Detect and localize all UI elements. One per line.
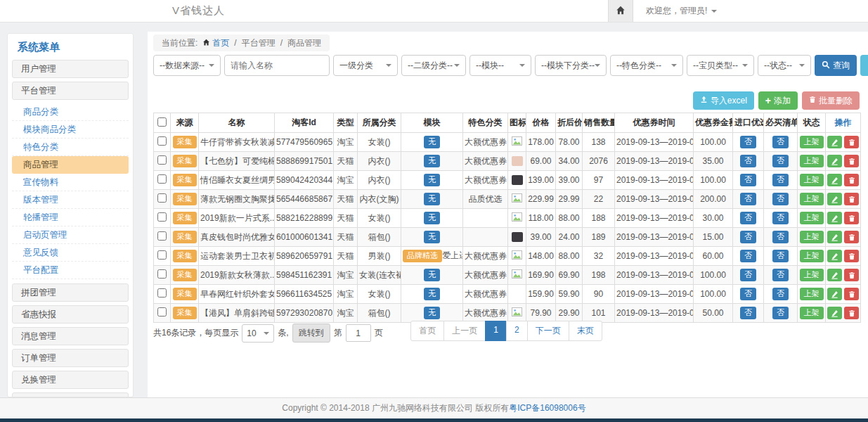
imported-toggle[interactable]: 否	[740, 136, 756, 148]
delete-button[interactable]	[844, 193, 859, 205]
pager-button-下一页[interactable]: 下一页	[527, 321, 569, 341]
edit-button[interactable]	[827, 155, 842, 167]
imported-toggle[interactable]: 否	[740, 250, 756, 262]
delete-button[interactable]	[844, 288, 859, 300]
status-badge[interactable]: 上架	[800, 193, 824, 205]
sidebar-item-提现管理[interactable]: 提现管理	[12, 392, 129, 397]
filter-select-宝贝类型[interactable]: --宝贝类型--	[687, 55, 754, 76]
edit-button[interactable]	[827, 288, 842, 300]
reset-button[interactable]: 重置	[860, 55, 868, 76]
filter-select-模块[interactable]: --模块--	[469, 55, 531, 76]
row-checkbox[interactable]	[157, 136, 167, 146]
pager-button-2[interactable]: 2	[506, 321, 528, 341]
filter-select-数据来源[interactable]: --数据来源--	[153, 55, 221, 76]
status-badge[interactable]: 上架	[800, 269, 824, 281]
must-buy-toggle[interactable]: 否	[772, 136, 789, 148]
status-badge[interactable]: 上架	[800, 231, 824, 243]
sidebar-subitem-意见反馈[interactable]: 意见反馈	[12, 244, 129, 262]
module-badge[interactable]: 无	[424, 193, 440, 205]
must-buy-toggle[interactable]: 否	[772, 269, 789, 281]
delete-button[interactable]	[844, 307, 859, 319]
must-buy-toggle[interactable]: 否	[772, 155, 789, 167]
must-buy-toggle[interactable]: 否	[772, 307, 789, 319]
home-button[interactable]	[608, 0, 633, 22]
edit-button[interactable]	[827, 269, 842, 281]
must-buy-toggle[interactable]: 否	[772, 288, 789, 300]
delete-button[interactable]	[844, 136, 859, 148]
row-checkbox[interactable]	[157, 269, 167, 279]
delete-button[interactable]	[844, 155, 859, 167]
row-checkbox[interactable]	[157, 288, 167, 298]
delete-button[interactable]	[844, 269, 859, 281]
module-badge[interactable]: 无	[424, 174, 440, 186]
delete-button[interactable]	[844, 231, 859, 243]
sidebar-item-消息管理[interactable]: 消息管理	[12, 327, 129, 345]
edit-button[interactable]	[827, 212, 842, 224]
sidebar-subitem-启动页管理[interactable]: 启动页管理	[12, 226, 129, 244]
sidebar-item-拼团管理[interactable]: 拼团管理	[12, 283, 129, 302]
must-buy-toggle[interactable]: 否	[772, 193, 789, 205]
breadcrumb-home-link[interactable]: 首页	[202, 37, 229, 49]
module-badge[interactable]: 品牌精选	[403, 250, 442, 262]
module-badge[interactable]: 无	[424, 231, 440, 243]
imported-toggle[interactable]: 否	[740, 174, 756, 186]
delete-button[interactable]	[844, 174, 859, 186]
sidebar-item-平台管理[interactable]: 平台管理	[12, 82, 129, 100]
must-buy-toggle[interactable]: 否	[772, 212, 789, 224]
module-badge[interactable]: 无	[424, 155, 440, 167]
imported-toggle[interactable]: 否	[740, 307, 756, 319]
row-checkbox[interactable]	[157, 231, 167, 241]
row-checkbox[interactable]	[157, 174, 167, 184]
edit-button[interactable]	[827, 231, 842, 243]
must-buy-toggle[interactable]: 否	[772, 174, 789, 186]
row-checkbox[interactable]	[157, 250, 167, 260]
edit-button[interactable]	[827, 193, 842, 205]
delete-button[interactable]	[844, 212, 859, 224]
user-menu[interactable]: 欢迎您，管理员!	[646, 5, 717, 17]
status-badge[interactable]: 上架	[800, 174, 824, 186]
module-badge[interactable]: 无	[424, 136, 440, 148]
module-badge[interactable]: 无	[424, 212, 440, 224]
status-badge[interactable]: 上架	[800, 288, 824, 300]
sidebar-subitem-模块商品分类[interactable]: 模块商品分类	[12, 121, 129, 139]
must-buy-toggle[interactable]: 否	[772, 250, 789, 262]
imported-toggle[interactable]: 否	[740, 269, 756, 281]
edit-button[interactable]	[827, 250, 842, 262]
import-excel-button[interactable]: 导入excel	[693, 91, 754, 110]
select-all-checkbox[interactable]	[157, 117, 167, 127]
imported-toggle[interactable]: 否	[740, 155, 756, 167]
module-badge[interactable]: 无	[424, 307, 440, 319]
must-buy-toggle[interactable]: 否	[772, 231, 789, 243]
status-badge[interactable]: 上架	[800, 307, 824, 319]
status-badge[interactable]: 上架	[800, 250, 824, 262]
sidebar-subitem-平台配置[interactable]: 平台配置	[12, 262, 129, 279]
row-checkbox[interactable]	[157, 212, 167, 222]
pager-button-首页[interactable]: 首页	[410, 321, 444, 341]
batch-delete-button[interactable]: 批量删除	[802, 91, 860, 110]
edit-button[interactable]	[827, 136, 842, 148]
status-badge[interactable]: 上架	[800, 136, 824, 148]
pager-button-上一页[interactable]: 上一页	[443, 321, 486, 341]
pager-button-1[interactable]: 1	[485, 321, 507, 341]
sidebar-subitem-商品分类[interactable]: 商品分类	[12, 103, 129, 121]
imported-toggle[interactable]: 否	[740, 212, 756, 224]
module-badge[interactable]: 无	[424, 269, 440, 281]
module-badge[interactable]: 无	[424, 288, 440, 300]
edit-button[interactable]	[827, 307, 842, 319]
filter-select-二级分类[interactable]: --二级分类--	[401, 55, 466, 76]
status-badge[interactable]: 上架	[800, 212, 824, 224]
sidebar-item-兑换管理[interactable]: 兑换管理	[12, 371, 129, 389]
name-filter-input[interactable]	[224, 55, 330, 76]
row-checkbox[interactable]	[157, 307, 167, 316]
row-checkbox[interactable]	[157, 193, 167, 203]
imported-toggle[interactable]: 否	[740, 288, 756, 300]
sidebar-item-订单管理[interactable]: 订单管理	[12, 349, 129, 367]
filter-select-模块下分类[interactable]: --模块下分类--	[535, 55, 607, 76]
filter-select-一级分类[interactable]: 一级分类	[333, 55, 398, 76]
delete-button[interactable]	[844, 250, 859, 262]
add-button[interactable]: + 添加	[758, 91, 798, 110]
filter-select-状态[interactable]: --状态--	[758, 55, 811, 76]
sidebar-subitem-特色分类[interactable]: 特色分类	[12, 139, 129, 156]
row-checkbox[interactable]	[157, 155, 167, 165]
sidebar-subitem-轮播管理[interactable]: 轮播管理	[12, 209, 129, 226]
